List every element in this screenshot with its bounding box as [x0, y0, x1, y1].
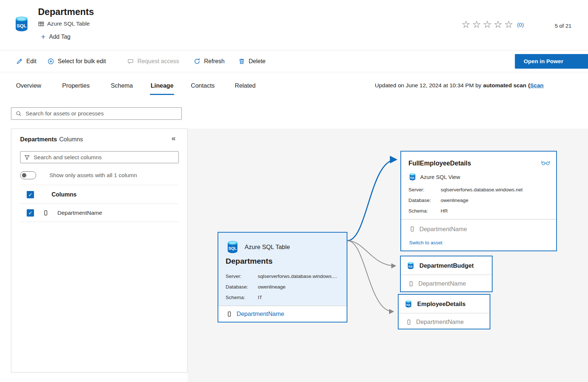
- azure-sql-icon: [407, 261, 415, 270]
- tab-contacts[interactable]: Contacts: [191, 72, 215, 99]
- command-bar: Edit Select for bulk edit Request access: [0, 50, 588, 72]
- tab-related[interactable]: Related: [235, 72, 256, 99]
- search-input[interactable]: [26, 110, 177, 117]
- circle-plus-icon: [48, 58, 54, 65]
- bulk-edit-button[interactable]: Select for bulk edit: [48, 50, 106, 72]
- asset-type: Azure SQL Table: [38, 20, 90, 27]
- toggle-knob: [22, 173, 26, 177]
- filter-icon: [24, 154, 30, 160]
- search-icon: [16, 111, 22, 116]
- column-icon: [408, 281, 414, 287]
- node-column-row[interactable]: DepartmentName: [409, 222, 467, 236]
- node-column-row[interactable]: DepartmentName: [401, 275, 492, 292]
- delete-button[interactable]: Delete: [238, 50, 265, 72]
- add-tag-button[interactable]: + Add Tag: [41, 33, 71, 41]
- tab-lineage[interactable]: Lineage: [151, 72, 173, 99]
- chat-bubble-icon: [127, 58, 134, 65]
- divider: [20, 185, 178, 185]
- node-title: Departments: [226, 257, 272, 266]
- azure-sql-icon: [408, 173, 416, 181]
- column-filter[interactable]: [20, 151, 179, 163]
- switch-to-asset-link[interactable]: Switch to asset: [409, 240, 442, 245]
- select-all-checkbox[interactable]: ✓: [27, 191, 34, 198]
- show-only-toggle[interactable]: [20, 171, 36, 179]
- node-properties: Server:sqlserverforws.database.windows.n…: [408, 184, 552, 216]
- open-in-power-button[interactable]: Open in Power: [515, 54, 588, 69]
- node-title-row: EmployeeDetails: [399, 295, 490, 313]
- table-icon: [38, 21, 44, 27]
- edit-button[interactable]: Edit: [16, 50, 37, 72]
- request-access-button[interactable]: Request access: [127, 50, 179, 72]
- tab-schema[interactable]: Schema: [111, 72, 133, 99]
- node-type: Azure SQL View: [408, 173, 460, 181]
- column-icon: [409, 226, 415, 232]
- star-rating: ☆ ☆ ☆ ☆ ☆ (0): [461, 19, 524, 30]
- rating-count[interactable]: (0): [517, 22, 524, 28]
- star-icon[interactable]: ☆: [483, 19, 491, 30]
- divider: [401, 219, 556, 219]
- star-icon[interactable]: ☆: [494, 19, 502, 30]
- asset-type-label: Azure SQL Table: [47, 20, 90, 27]
- tab-overview[interactable]: Overview: [16, 72, 41, 99]
- tab-properties[interactable]: Properties: [62, 72, 90, 99]
- node-column-row[interactable]: DepartmentName: [218, 306, 347, 322]
- azure-sql-icon: [226, 240, 240, 254]
- node-title-row: DepartmentBudget: [401, 256, 492, 275]
- glasses-icon[interactable]: [541, 160, 550, 166]
- star-icon[interactable]: ☆: [472, 19, 481, 30]
- result-pagination: 5 of 21: [555, 23, 572, 29]
- star-icon[interactable]: ☆: [504, 19, 513, 30]
- node-type: Azure SQL Table: [226, 240, 290, 254]
- refresh-button[interactable]: Refresh: [194, 50, 225, 72]
- column-icon: [226, 311, 232, 317]
- add-tag-label: Add Tag: [49, 34, 70, 40]
- panel-title: DepartmentsColumns: [20, 136, 83, 143]
- asset-tabs: Overview Properties Schema Lineage Conta…: [0, 72, 588, 99]
- plus-icon: +: [41, 33, 45, 41]
- column-filter-input[interactable]: [34, 154, 175, 161]
- updated-status: Updated on June 12, 2024 at 10:34 PM by …: [375, 72, 544, 99]
- toggle-label: Show only assets with all 1 column: [49, 172, 137, 179]
- columns-panel: DepartmentsColumns « Show only assets wi…: [11, 129, 188, 373]
- asset-search[interactable]: [11, 107, 182, 120]
- pencil-icon: [16, 58, 23, 65]
- node-column-row[interactable]: DepartmentName: [399, 313, 490, 331]
- lineage-node-departments[interactable]: Azure SQL Table Departments Server:sqlse…: [218, 232, 347, 322]
- lineage-node-employeedetails[interactable]: EmployeeDetails DepartmentName: [398, 294, 490, 329]
- collapse-panel-icon[interactable]: «: [172, 134, 176, 142]
- lineage-canvas[interactable]: Azure SQL Table Departments Server:sqlse…: [188, 129, 588, 382]
- edge-to-employeedetails: [347, 241, 393, 312]
- lineage-node-departmentbudget[interactable]: DepartmentBudget DepartmentName: [400, 256, 493, 292]
- column-icon: [406, 319, 412, 325]
- refresh-icon: [194, 58, 200, 65]
- column-checkbox[interactable]: ✓: [27, 209, 34, 217]
- azure-sql-icon: [13, 15, 30, 32]
- edge-to-fullemployeedetails: [347, 160, 396, 241]
- node-title: FullEmployeeDetails: [408, 160, 471, 167]
- purview-asset-page: Departments Azure SQL Table + Add Tag ☆ …: [0, 0, 588, 382]
- node-properties: Server:sqlserverforws.database.windows..…: [226, 271, 342, 303]
- page-title: Departments: [38, 7, 94, 17]
- lineage-node-fullemployeedetails[interactable]: FullEmployeeDetails Azure SQL View Serve…: [400, 151, 557, 251]
- star-icon[interactable]: ☆: [461, 19, 470, 30]
- toggle-row: Show only assets with all 1 column: [20, 171, 137, 179]
- azure-sql-icon: [404, 300, 412, 308]
- column-icon: [43, 210, 49, 216]
- columns-header-row: ✓ Columns: [20, 186, 178, 204]
- trash-icon: [238, 58, 245, 65]
- scan-link[interactable]: Scan: [530, 82, 543, 89]
- column-list-item: ✓ DepartmentName: [20, 204, 178, 222]
